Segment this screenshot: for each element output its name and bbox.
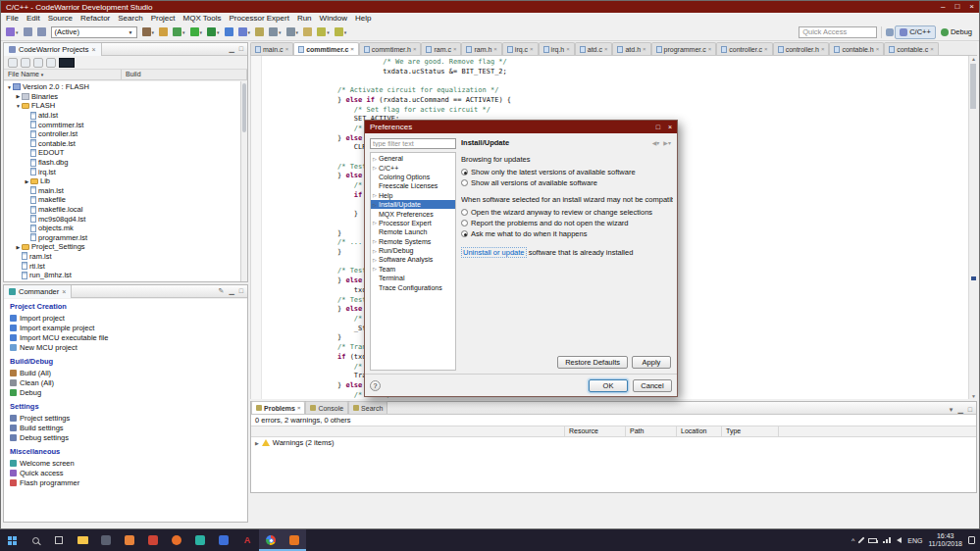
firefox-icon[interactable]	[165, 529, 188, 551]
new-connection-icon[interactable]	[223, 25, 235, 39]
scroll-down-icon[interactable]: ▼	[971, 393, 976, 399]
search-toolbar-icon[interactable]: ▾	[236, 25, 253, 39]
radio-button[interactable]	[461, 209, 468, 216]
commander-item-build-settings[interactable]: Build settings	[10, 423, 241, 432]
view-tab-console[interactable]: Console	[305, 401, 348, 414]
commander-item-debug[interactable]: Debug	[10, 387, 241, 397]
close-tab-icon[interactable]: ×	[604, 46, 608, 52]
menu-run[interactable]: Run	[293, 14, 316, 23]
build-configuration-select[interactable]: (Active) ▼	[51, 26, 137, 38]
tree-item[interactable]: ▶Binaries	[4, 92, 240, 102]
cpp-perspective-button[interactable]: C/C++	[895, 25, 936, 39]
tree-item[interactable]: ram.lst	[4, 252, 240, 262]
last-edit-location-icon[interactable]	[301, 25, 314, 39]
close-tab-icon[interactable]: ×	[530, 46, 534, 52]
codewarrior-projects-tab[interactable]: CodeWarrior Projects ×	[4, 43, 102, 56]
pref-node-mqx-preferences[interactable]: MQX Preferences	[371, 209, 455, 218]
new-wizard-icon[interactable]: ▾	[4, 25, 21, 39]
commander-item-welcome-screen[interactable]: Welcome screen	[10, 458, 241, 468]
tree-item[interactable]: atd.lst	[4, 111, 240, 121]
tree-item[interactable]: EDOUT	[4, 148, 240, 158]
pin-view-icon[interactable]: ✎	[219, 287, 225, 295]
tree-item[interactable]: rti.lst	[4, 261, 240, 271]
commander-item-import-mcu-executable-file[interactable]: Import MCU executable file	[10, 332, 241, 342]
pref-node-trace-configurations[interactable]: Trace Configurations	[371, 282, 455, 291]
commander-item-quick-access[interactable]: Quick access	[10, 468, 241, 477]
debug-perspective-button[interactable]: Debug	[937, 25, 976, 39]
clock[interactable]: 16:43 11/10/2018	[928, 532, 962, 548]
editor-tab-contable-h[interactable]: contable.h×	[829, 42, 884, 55]
pref-node-processor-expert[interactable]: ▷Processor Expert	[371, 219, 455, 227]
quick-access-input[interactable]	[799, 26, 877, 38]
view-tab-search[interactable]: Search	[348, 401, 387, 414]
close-view-icon[interactable]: ×	[62, 288, 66, 295]
close-view-icon[interactable]: ×	[91, 46, 95, 53]
column-type[interactable]: Type	[722, 426, 779, 436]
cancel-button[interactable]: Cancel	[633, 379, 672, 392]
tree-item[interactable]: contable.lst	[4, 139, 240, 149]
pref-node-terminal[interactable]: Terminal	[371, 274, 455, 282]
task-view-icon[interactable]	[47, 529, 71, 551]
uninstall-or-update-link[interactable]: Uninstall or update	[461, 247, 527, 258]
maximize-view-icon[interactable]: □	[239, 45, 243, 53]
app-icon-2[interactable]	[118, 529, 141, 551]
tree-expand-icon[interactable]: ▶	[24, 178, 30, 184]
commander-item-clean-all[interactable]: Clean (All)	[10, 377, 241, 387]
close-tab-icon[interactable]: ×	[930, 46, 934, 52]
editor-tab-ram-h[interactable]: ram.h×	[461, 42, 501, 55]
editor-tab-commtimer-c[interactable]: commtimer.c×	[293, 42, 359, 55]
close-button[interactable]: ×	[969, 3, 974, 11]
close-tab-icon[interactable]: ×	[876, 46, 880, 52]
link-with-editor-icon[interactable]	[33, 58, 43, 68]
build-icon[interactable]: ▾	[140, 25, 157, 39]
pref-node-coloring-options[interactable]: Coloring Options	[371, 173, 455, 181]
tree-item[interactable]: makefile.local	[4, 205, 240, 215]
dialog-maximize-button[interactable]: □	[656, 124, 660, 130]
editor-scrollbar[interactable]: ▲ ▼	[968, 56, 977, 399]
expand-all-icon[interactable]	[21, 58, 30, 68]
menu-search[interactable]: Search	[114, 14, 146, 23]
open-perspective-icon[interactable]	[886, 28, 894, 36]
tree-expand-icon[interactable]: ▼	[6, 84, 13, 90]
menu-window[interactable]: Window	[316, 14, 351, 23]
focused-cell-indicator[interactable]	[59, 58, 75, 68]
taskbar-search-icon[interactable]	[24, 529, 47, 551]
view-menu-icon[interactable]: ▾	[950, 406, 954, 414]
forward-icon[interactable]: ▾	[333, 25, 349, 39]
close-view-icon[interactable]: ×	[297, 405, 301, 411]
editor-tab-programmer-c[interactable]: programmer.c×	[651, 42, 717, 55]
pref-node-run-debug[interactable]: ▷Run/Debug	[371, 246, 455, 255]
column-path[interactable]: Path	[626, 426, 677, 436]
tree-item[interactable]: main.lst	[4, 186, 240, 196]
help-button[interactable]: ?	[370, 380, 381, 391]
forward-icon[interactable]: ▶▾	[663, 139, 671, 146]
pref-node-team[interactable]: ▷Team	[371, 265, 455, 274]
external-tools-icon[interactable]: ▾	[205, 25, 222, 39]
minimize-view-icon[interactable]: ▁	[229, 45, 233, 53]
commander-item-debug-settings[interactable]: Debug settings	[10, 432, 241, 442]
preferences-filter-input[interactable]	[370, 138, 456, 149]
commander-item-build-all[interactable]: Build (All)	[10, 368, 241, 377]
column-file-name[interactable]: File Name ▾	[4, 70, 122, 79]
column-location[interactable]: Location	[677, 426, 722, 436]
network-icon[interactable]	[883, 537, 891, 543]
tree-item[interactable]: ▶Project_Settings	[4, 242, 240, 252]
apply-button[interactable]: Apply	[632, 356, 671, 369]
menu-mqx-tools[interactable]: MQX Tools	[180, 14, 226, 23]
commander-item-flash-programmer[interactable]: Flash programmer	[10, 477, 241, 487]
tree-item[interactable]: commtimer.lst	[4, 120, 240, 129]
title-bar[interactable]: C/C++ - CodeWarrior Development Studio –…	[1, 1, 979, 13]
chrome-icon[interactable]	[259, 529, 283, 551]
editor-tab-atd-h[interactable]: atd.h×	[612, 42, 650, 55]
editor-tab-irq-h[interactable]: irq.h×	[539, 42, 575, 55]
previous-annotation-icon[interactable]: ▾	[284, 25, 301, 39]
maximize-button[interactable]: □	[954, 3, 959, 11]
minimize-button[interactable]: –	[941, 3, 945, 11]
radio-button[interactable]	[461, 179, 468, 186]
menu-project[interactable]: Project	[147, 14, 180, 23]
editor-tab-ram-c[interactable]: ram.c×	[421, 42, 461, 55]
radio-option-report-the-problems-and-do-not-ope[interactable]: Report the problems and do not open the …	[461, 218, 673, 228]
save-icon[interactable]	[22, 25, 34, 39]
pref-node-help[interactable]: ▷Help	[371, 191, 455, 200]
view-tab-problems[interactable]: Problems×	[251, 401, 305, 414]
